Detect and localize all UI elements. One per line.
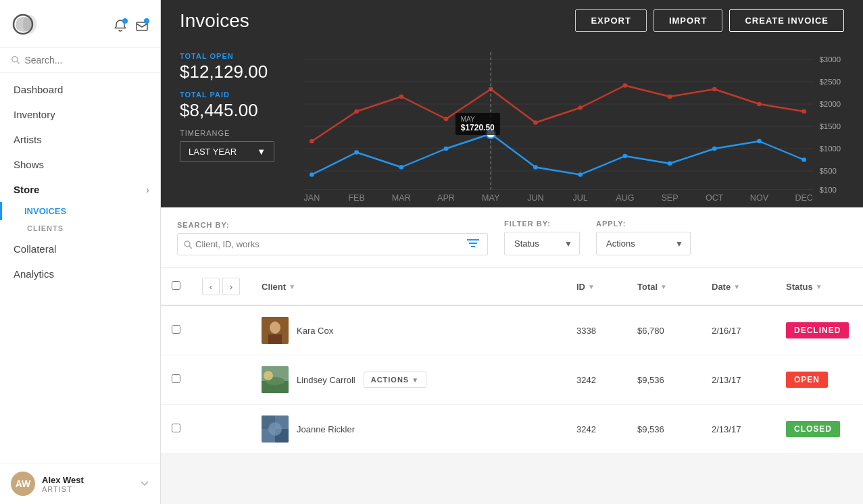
user-info: Alex West ARTIST xyxy=(42,475,133,493)
search-input[interactable] xyxy=(193,234,464,255)
apply-group: APPLY: Actions Export Selected Delete Se… xyxy=(596,220,691,255)
sidebar-footer: AW Alex West ARTIST xyxy=(0,463,160,504)
col-status-header[interactable]: Status ▼ xyxy=(775,268,863,305)
sidebar-item-shows[interactable]: Shows xyxy=(0,152,160,177)
row-client-cell: Kara Cox xyxy=(251,305,566,355)
svg-text:JUN: JUN xyxy=(527,193,543,201)
sidebar-subitem-label: CLIENTS xyxy=(27,224,64,232)
chevron-down-icon: ▼ xyxy=(257,147,266,157)
sidebar-item-label: Inventory xyxy=(14,109,55,120)
sidebar-subitem-label: INVOICES xyxy=(24,206,66,216)
sort-icon: ▼ xyxy=(816,283,822,291)
create-invoice-button[interactable]: CREATE INVOICE xyxy=(729,9,844,32)
row-date-cell: 2/13/17 xyxy=(701,355,775,405)
row-id-cell: 3242 xyxy=(566,405,626,454)
row-status-cell: OPEN xyxy=(775,355,863,405)
sort-icon: ▼ xyxy=(289,283,295,291)
chart-section: TOTAL OPEN $12,129.00 TOTAL PAID $8,445.… xyxy=(161,41,863,207)
svg-point-14 xyxy=(399,95,403,99)
client-name: Joanne Rickler xyxy=(297,424,355,434)
bell-icon[interactable] xyxy=(113,18,128,33)
svg-point-27 xyxy=(444,147,449,151)
top-bar: Invoices EXPORT IMPORT CREATE INVOICE xyxy=(161,0,863,41)
svg-point-33 xyxy=(712,147,717,151)
next-page-button[interactable]: › xyxy=(222,278,240,295)
chart-container: JAN FEB MAR APR MAY JUN JUL AUG SEP OCT … xyxy=(304,52,844,201)
export-button[interactable]: EXPORT xyxy=(575,9,646,32)
avatar: AW xyxy=(11,472,35,496)
total-open-label: TOTAL OPEN xyxy=(180,52,288,60)
row-total-cell: $9,536 xyxy=(626,355,701,405)
row-nav-cell xyxy=(191,405,251,454)
svg-text:OCT: OCT xyxy=(706,193,724,201)
row-checkbox[interactable] xyxy=(172,374,180,383)
global-search-input[interactable] xyxy=(24,55,149,66)
sidebar: Dashboard Inventory Artists Shows Store … xyxy=(0,0,161,504)
chart-tooltip: MAY $1720.50 xyxy=(455,113,500,135)
sidebar-item-collateral[interactable]: Collateral xyxy=(0,236,160,261)
svg-point-57 xyxy=(184,241,190,247)
sidebar-subitem-clients[interactable]: CLIENTS xyxy=(0,220,160,236)
sidebar-item-store[interactable]: Store › xyxy=(0,177,160,202)
row-total-cell: $6,780 xyxy=(626,305,701,355)
status-col-label: Status xyxy=(786,282,813,292)
import-button[interactable]: IMPORT xyxy=(654,9,723,32)
row-status-cell: CLOSED xyxy=(775,405,863,454)
svg-point-19 xyxy=(622,83,627,88)
client-name: Lindsey Carroll xyxy=(297,375,355,385)
timerange-value: LAST YEAR xyxy=(189,147,237,157)
filter-by-select[interactable]: Status Client ID xyxy=(505,232,579,255)
col-date-header[interactable]: Date ▼ xyxy=(701,268,775,305)
sidebar-item-inventory[interactable]: Inventory xyxy=(0,102,160,127)
svg-text:$3000: $3000 xyxy=(819,56,841,64)
id-col-label: ID xyxy=(576,282,585,292)
col-client-header[interactable]: Client ▼ xyxy=(251,268,566,305)
apply-select[interactable]: Actions Export Selected Delete Selected xyxy=(597,232,690,255)
row-checkbox[interactable] xyxy=(172,424,180,432)
col-id-header[interactable]: ID ▼ xyxy=(566,268,626,305)
sidebar-logo[interactable] xyxy=(11,12,43,39)
sidebar-item-label: Store xyxy=(14,184,39,195)
total-col-label: Total xyxy=(637,282,658,292)
apply-label: APPLY: xyxy=(596,220,691,228)
table-header-row: ‹ › Client ▼ ID ▼ xyxy=(161,268,863,305)
sidebar-item-dashboard[interactable]: Dashboard xyxy=(0,77,160,102)
svg-text:JUL: JUL xyxy=(572,193,587,201)
filter-icon-button[interactable] xyxy=(464,238,482,251)
sidebar-header xyxy=(0,0,160,48)
row-nav-cell xyxy=(191,305,251,355)
search-group: SEARCH BY: xyxy=(177,221,488,255)
top-actions: EXPORT IMPORT CREATE INVOICE xyxy=(575,9,844,32)
client-avatar xyxy=(262,415,289,443)
svg-point-30 xyxy=(578,172,583,177)
sort-icon: ▼ xyxy=(588,283,595,291)
svg-point-15 xyxy=(444,117,449,122)
row-checkbox[interactable] xyxy=(172,325,180,334)
invoice-id: 3338 xyxy=(576,326,596,336)
sidebar-item-artists[interactable]: Artists xyxy=(0,127,160,152)
sidebar-item-label: Collateral xyxy=(14,243,56,255)
client-name: Kara Cox xyxy=(297,326,333,336)
row-date-cell: 2/16/17 xyxy=(701,305,775,355)
svg-point-34 xyxy=(757,139,762,144)
invoice-date: 2/13/17 xyxy=(712,375,741,385)
row-checkbox-cell xyxy=(161,355,191,405)
chevron-down-icon[interactable] xyxy=(140,479,149,488)
sidebar-item-label: Analytics xyxy=(14,268,54,280)
col-total-header[interactable]: Total ▼ xyxy=(626,268,701,305)
chevron-down-icon: ▼ xyxy=(412,376,419,384)
table-row: Kara Cox 3338 $6,780 2/16/17 DECLINED xyxy=(161,305,863,355)
main-content: Invoices EXPORT IMPORT CREATE INVOICE TO… xyxy=(161,0,863,504)
actions-button[interactable]: ACTIONS▼ xyxy=(364,372,426,388)
prev-page-button[interactable]: ‹ xyxy=(202,278,220,295)
select-all-checkbox[interactable] xyxy=(172,281,180,290)
timerange-button[interactable]: LAST YEAR ▼ xyxy=(180,141,274,162)
mail-icon[interactable] xyxy=(134,18,149,33)
status-badge: DECLINED xyxy=(786,322,849,338)
svg-text:MAY: MAY xyxy=(482,193,499,201)
total-open-value: $12,129.00 xyxy=(180,61,288,82)
col-check-header xyxy=(161,268,191,305)
sidebar-search-bar[interactable] xyxy=(0,48,160,73)
sidebar-item-analytics[interactable]: Analytics xyxy=(0,261,160,286)
sidebar-subitem-invoices[interactable]: INVOICES xyxy=(0,202,160,220)
